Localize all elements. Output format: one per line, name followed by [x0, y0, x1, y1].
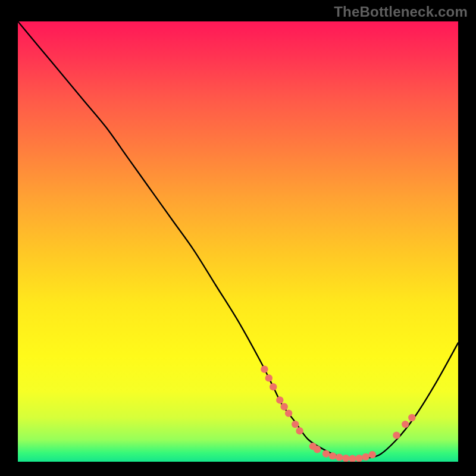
watermark-text: TheBottleneck.com [334, 4, 468, 20]
data-dot [281, 403, 288, 410]
bottleneck-curve-svg [18, 21, 458, 462]
data-dot [336, 453, 343, 461]
data-dot [402, 421, 409, 428]
data-dot [349, 455, 356, 462]
plot-area [18, 21, 458, 462]
chart-frame: TheBottleneck.com [0, 0, 476, 476]
data-dot [329, 452, 336, 459]
data-dot [314, 446, 321, 453]
data-dots [261, 365, 415, 462]
data-dot [285, 409, 292, 416]
data-dot [369, 451, 376, 458]
data-dot [270, 383, 277, 390]
data-dot [296, 427, 303, 434]
data-dot [261, 365, 268, 372]
data-dot [265, 374, 273, 381]
data-dot [393, 431, 400, 439]
data-dot [408, 414, 415, 421]
data-dot [355, 455, 362, 462]
bottleneck-curve [18, 21, 458, 459]
data-dot [342, 455, 349, 462]
data-dot [292, 421, 299, 428]
data-dot [276, 396, 283, 403]
data-dot [362, 453, 369, 461]
data-dot [322, 450, 330, 458]
